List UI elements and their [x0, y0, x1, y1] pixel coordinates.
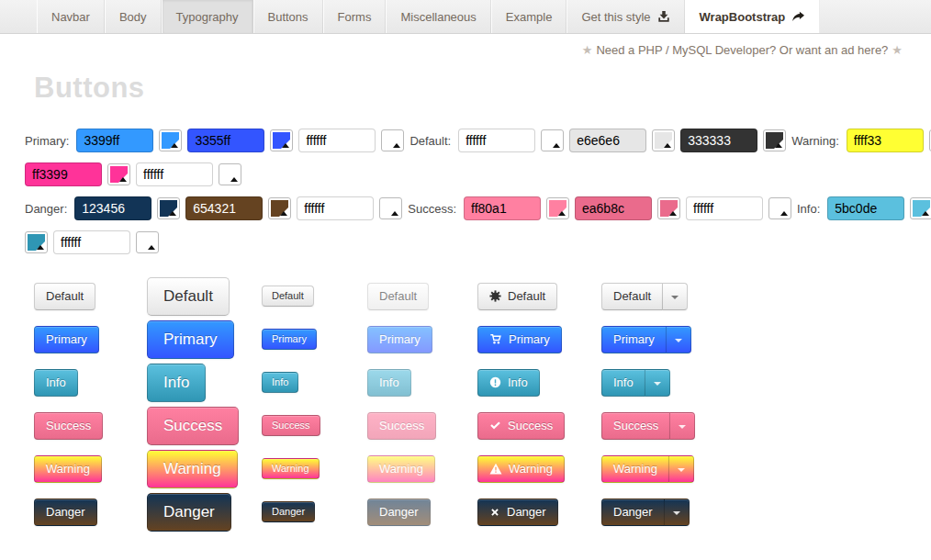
caret-down-icon: [671, 296, 679, 299]
danger-color-3-picker[interactable]: [379, 197, 402, 219]
danger-dropdown-main-button[interactable]: Danger: [601, 498, 664, 526]
danger-button-normal[interactable]: Danger: [34, 498, 97, 526]
picker-arrow-icon: [553, 143, 560, 148]
warning-button-large[interactable]: Warning: [147, 450, 238, 488]
danger-button-large[interactable]: Danger: [147, 493, 231, 532]
primary-button-normal[interactable]: Primary: [34, 326, 99, 353]
danger-color-2-picker[interactable]: [268, 197, 291, 219]
success-label: Success:: [408, 202, 456, 216]
danger-button-with-icon[interactable]: Danger: [477, 498, 558, 526]
caret-down-icon: [673, 511, 680, 515]
warning-button-small[interactable]: Warning: [262, 458, 320, 479]
tab-body[interactable]: Body: [105, 0, 162, 33]
warning-button-disabled: Warning: [367, 455, 435, 483]
success-split-dropdown: Success: [601, 412, 695, 440]
picker-arrow-icon: [780, 211, 788, 216]
ad-link[interactable]: ★Need a PHP / MySQL Developer? Or want a…: [578, 43, 906, 57]
primary-dropdown-main-button[interactable]: Primary: [601, 326, 666, 353]
success-button-with-icon[interactable]: Success: [477, 412, 565, 440]
tab-navbar[interactable]: Navbar: [37, 0, 105, 33]
primary-button-small[interactable]: Primary: [262, 329, 317, 350]
warning-dropdown-main-button[interactable]: Warning: [601, 455, 668, 483]
success-button-normal[interactable]: Success: [34, 412, 103, 440]
tab-wrapbootstrap[interactable]: WrapBootstrap: [685, 0, 821, 33]
caret-down-icon: [678, 468, 685, 472]
primary-color-1-picker[interactable]: [159, 129, 182, 151]
primary-button-large[interactable]: Primary: [147, 320, 234, 359]
primary-color-1-input[interactable]: [76, 129, 153, 152]
warning-color-3-input[interactable]: [136, 162, 213, 186]
check-icon: [489, 420, 501, 431]
tab-buttons[interactable]: Buttons: [253, 0, 323, 33]
info-color-3-input[interactable]: [53, 230, 130, 254]
color-row-1: Primary: Default: Warning:: [25, 129, 931, 152]
picker-arrow-icon: [171, 143, 178, 148]
default-button-normal[interactable]: Default: [34, 283, 95, 310]
default-color-2-picker[interactable]: [652, 129, 675, 151]
exclamation-circle-icon: [489, 376, 501, 388]
caret-down-icon: [654, 382, 661, 386]
danger-color-2-input[interactable]: [185, 196, 263, 220]
primary-dropdown-toggle[interactable]: [666, 326, 691, 353]
default-color-1-picker[interactable]: [541, 129, 564, 151]
danger-label: Danger:: [25, 202, 67, 216]
success-color-1-input[interactable]: [464, 196, 541, 220]
danger-button-small[interactable]: Danger: [262, 501, 315, 522]
default-button-small[interactable]: Default: [262, 286, 314, 307]
info-color-1-picker[interactable]: [910, 197, 931, 219]
warning-button-with-icon[interactable]: Warning: [477, 455, 565, 483]
danger-color-1-picker[interactable]: [157, 197, 180, 219]
info-dropdown-main-button[interactable]: Info: [601, 369, 645, 397]
info-button-normal[interactable]: Info: [34, 369, 78, 397]
picker-arrow-icon: [230, 177, 238, 182]
tab-miscellaneous[interactable]: Miscellaneous: [386, 0, 490, 33]
info-color-3-picker[interactable]: [136, 231, 159, 253]
default-color-1-input[interactable]: [458, 129, 535, 152]
info-button-small[interactable]: Info: [262, 372, 298, 393]
success-color-3-input[interactable]: [686, 196, 763, 220]
success-color-1-picker[interactable]: [546, 197, 569, 219]
info-dropdown-toggle[interactable]: [645, 369, 670, 397]
info-button-with-icon[interactable]: Info: [477, 369, 540, 397]
default-dropdown-main-button[interactable]: Default: [601, 283, 662, 310]
success-button-large[interactable]: Success: [147, 407, 239, 445]
tab-example[interactable]: Example: [491, 0, 567, 33]
success-color-2-picker[interactable]: [657, 197, 680, 219]
warning-triangle-icon: [489, 463, 502, 475]
default-button-with-icon[interactable]: Default: [477, 283, 557, 310]
warning-color-3-picker[interactable]: [219, 163, 241, 185]
info-color-2-picker[interactable]: [25, 231, 48, 253]
warning-color-1-input[interactable]: [847, 129, 924, 152]
success-color-2-input[interactable]: [575, 196, 652, 220]
success-dropdown-main-button[interactable]: Success: [601, 412, 669, 440]
success-dropdown-toggle[interactable]: [669, 412, 695, 440]
warning-button-normal[interactable]: Warning: [34, 455, 102, 483]
warning-color-2-input[interactable]: [25, 162, 102, 186]
warning-dropdown-toggle[interactable]: [668, 455, 694, 483]
danger-color-3-input[interactable]: [297, 196, 374, 220]
primary-button-with-icon[interactable]: Primary: [477, 326, 562, 353]
success-color-3-picker[interactable]: [768, 197, 791, 219]
primary-color-2-picker[interactable]: [270, 129, 293, 151]
default-color-3-picker[interactable]: [763, 129, 786, 151]
warning-color-2-picker[interactable]: [107, 163, 130, 185]
default-color-3-input[interactable]: [680, 129, 757, 152]
tab-get-this-style[interactable]: Get this style: [566, 0, 684, 33]
tab-typography[interactable]: Typography: [162, 0, 253, 33]
buttons-preview-grid: Default Default Default Default Default …: [34, 274, 931, 533]
primary-color-3-input[interactable]: [298, 129, 376, 152]
tab-forms[interactable]: Forms: [323, 0, 387, 33]
default-button-large[interactable]: Default: [147, 277, 230, 316]
picker-arrow-icon: [282, 143, 289, 148]
danger-dropdown-toggle[interactable]: [664, 498, 690, 526]
info-button-large[interactable]: Info: [147, 364, 206, 402]
primary-color-2-input[interactable]: [187, 129, 264, 152]
navbar: Navbar Body Typography Buttons Forms Mis…: [0, 0, 931, 34]
color-row-3: Danger: Success: Info:: [25, 196, 931, 220]
default-color-2-input[interactable]: [569, 129, 646, 152]
info-color-1-input[interactable]: [827, 196, 904, 220]
success-button-small[interactable]: Success: [262, 415, 320, 436]
danger-color-1-input[interactable]: [74, 196, 151, 220]
primary-color-3-picker[interactable]: [381, 129, 404, 151]
default-dropdown-toggle[interactable]: [662, 283, 688, 310]
